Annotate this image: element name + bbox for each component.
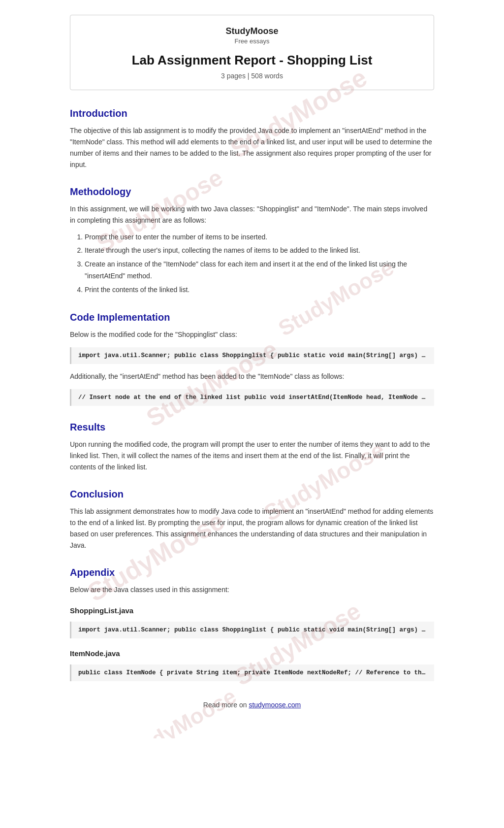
section-appendix: Appendix Below are the Java classes used…	[70, 567, 434, 681]
section-results: Results Upon running the modified code, …	[70, 422, 434, 473]
brand-name: StudyMoose	[85, 26, 419, 36]
heading-introduction: Introduction	[70, 108, 434, 119]
appendix-intro: Below are the Java classes used in this …	[70, 584, 434, 596]
list-item: Prompt the user to enter the number of i…	[85, 232, 434, 243]
footer-text: Read more on	[203, 701, 249, 709]
heading-results: Results	[70, 422, 434, 433]
methodology-intro: In this assignment, we will be working w…	[70, 203, 434, 226]
list-item: Iterate through the user's input, collec…	[85, 245, 434, 257]
essay-title: Lab Assignment Report - Shopping List	[85, 53, 419, 68]
heading-code-implementation: Code Implementation	[70, 312, 434, 323]
results-body: Upon running the modified code, the prog…	[70, 439, 434, 473]
methodology-list: Prompt the user to enter the number of i…	[85, 232, 434, 296]
subsection-heading-itemnode: ItemNode.java	[70, 649, 434, 658]
page-footer: Read more on studymoose.com	[70, 701, 434, 709]
intro-body: The objective of this lab assignment is …	[70, 125, 434, 170]
appendix-code-1: import java.util.Scanner; public class S…	[70, 622, 434, 638]
subsection-heading-shoppinglist: ShoppingList.java	[70, 606, 434, 615]
list-item: Create an instance of the "ItemNode" cla…	[85, 259, 434, 282]
appendix-subsection-itemnode: ItemNode.java public class ItemNode { pr…	[70, 649, 434, 681]
code-intro: Below is the modified code for the "Shop…	[70, 329, 434, 340]
code2-intro-text: Additionally, the "insertAtEnd" method h…	[70, 371, 434, 382]
hero-box: StudyMoose Free essays Lab Assignment Re…	[70, 15, 434, 90]
section-introduction: Introduction The objective of this lab a…	[70, 108, 434, 170]
appendix-code-2: public class ItemNode { private String i…	[70, 664, 434, 681]
footer-link[interactable]: studymoose.com	[249, 701, 301, 709]
code-block-1: import java.util.Scanner; public class S…	[70, 347, 434, 364]
heading-methodology: Methodology	[70, 186, 434, 198]
essay-meta: 3 pages | 508 words	[85, 72, 419, 80]
section-code-implementation: Code Implementation Below is the modifie…	[70, 312, 434, 406]
heading-conclusion: Conclusion	[70, 489, 434, 500]
section-conclusion: Conclusion This lab assignment demonstra…	[70, 489, 434, 551]
heading-appendix: Appendix	[70, 567, 434, 578]
section-methodology: Methodology In this assignment, we will …	[70, 186, 434, 296]
brand-tagline: Free essays	[85, 37, 419, 45]
list-item: Print the contents of the linked list.	[85, 284, 434, 296]
code-block-2: // Insert node at the end of the linked …	[70, 389, 434, 406]
appendix-subsection-shoppinglist: ShoppingList.java import java.util.Scann…	[70, 606, 434, 638]
conclusion-body: This lab assignment demonstrates how to …	[70, 506, 434, 551]
